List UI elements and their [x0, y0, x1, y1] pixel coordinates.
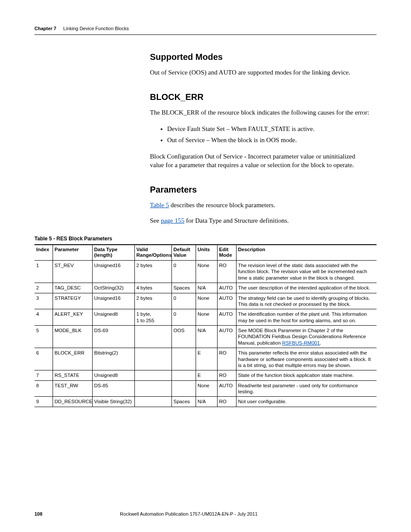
cell-range — [134, 380, 171, 397]
cell-range — [134, 326, 171, 348]
para-block-err-intro: The BLOCK_ERR of the resource block indi… — [150, 108, 371, 117]
cell-index: 1 — [34, 261, 53, 283]
cell-default — [171, 370, 196, 380]
cell-parameter: BLOCK_ERR — [53, 348, 92, 370]
cell-default — [171, 380, 196, 397]
cell-data-type: Visible String(32) — [92, 397, 134, 407]
cell-data-type: Unsigned16 — [92, 293, 134, 309]
cell-parameter: STRATEGY — [53, 293, 92, 309]
cell-description: The strategy field can be used to identi… — [236, 293, 377, 309]
cell-parameter: TEST_RW — [53, 380, 92, 397]
cell-units: E — [196, 348, 217, 370]
list-item: Device Fault State Set – When FAULT_STAT… — [167, 124, 371, 134]
cell-range — [134, 397, 171, 407]
para-supported-modes-1: Out of Service (OOS) and AUTO are suppor… — [150, 68, 371, 77]
cell-default: Spaces — [171, 397, 196, 407]
cell-units: None — [196, 261, 217, 283]
table-caption: Table 5 - RES Block Parameters — [34, 236, 377, 242]
link-page-155[interactable]: page 155 — [161, 217, 184, 224]
heading-block-err: BLOCK_ERR — [150, 92, 371, 102]
cell-mode: AUTO — [217, 380, 236, 397]
cell-data-type: Bitstring(2) — [92, 348, 134, 370]
para-parameters-2a: See — [150, 217, 161, 224]
cell-index: 4 — [34, 309, 53, 326]
cell-mode: RO — [217, 348, 236, 370]
cell-parameter: ALERT_KEY — [53, 309, 92, 326]
cell-mode: AUTO — [217, 283, 236, 293]
cell-index: 2 — [34, 283, 53, 293]
table-row: 3STRATEGYUnsigned162 bytes0NoneAUTOThe s… — [34, 293, 377, 309]
cell-index: 8 — [34, 380, 53, 397]
cell-default: 0 — [171, 309, 196, 326]
cell-index: 7 — [34, 370, 53, 380]
cell-data-type: Unsigned16 — [92, 261, 134, 283]
cell-mode: RO — [217, 261, 236, 283]
cell-description: The user description of the intended app… — [236, 283, 377, 293]
th-data-type: Data Type (length) — [92, 245, 134, 261]
cell-data-type: DS-85 — [92, 380, 134, 397]
cell-parameter: ST_REV — [53, 261, 92, 283]
cell-data-type: Unsigned8 — [92, 370, 134, 380]
cell-range: 2 bytes — [134, 261, 171, 283]
table-header-row: Index Parameter Data Type (length) Valid… — [34, 245, 377, 261]
chapter-label: Chapter 7 — [34, 26, 56, 31]
cell-range: 2 bytes — [134, 293, 171, 309]
cell-units: N/A — [196, 397, 217, 407]
para-parameters-1: Table 5 describes the resource block par… — [150, 201, 371, 209]
cell-default: 0 — [171, 261, 196, 283]
publication-info: Rockwell Automation Publication 1757-UM0… — [120, 511, 258, 516]
cell-units: None — [196, 309, 217, 326]
cell-index: 9 — [34, 397, 53, 407]
cell-units: None — [196, 293, 217, 309]
cell-range — [134, 370, 171, 380]
cell-index: 6 — [34, 348, 53, 370]
cell-description: Read/write test parameter - used only fo… — [236, 380, 377, 397]
th-default: Default Value — [171, 245, 196, 261]
cell-mode: AUTO — [217, 309, 236, 326]
cell-description: State of the function block application … — [236, 370, 377, 380]
para-parameters-1b: describes the resource block parameters. — [169, 202, 275, 208]
cell-data-type: DS-69 — [92, 326, 134, 348]
cell-description: This parameter reflects the error status… — [236, 348, 377, 370]
res-block-parameters-table: Index Parameter Data Type (length) Valid… — [34, 244, 377, 407]
heading-supported-modes: Supported Modes — [150, 52, 371, 62]
cell-parameter: DD_RESOURCE — [53, 397, 92, 407]
cell-units: N/A — [196, 326, 217, 348]
th-units: Units — [196, 245, 217, 261]
th-desc: Description — [236, 245, 377, 261]
page-footer: 108 Rockwell Automation Publication 1757… — [34, 511, 377, 516]
cell-default — [171, 348, 196, 370]
th-parameter: Parameter — [53, 245, 92, 261]
cell-mode: AUTO — [217, 326, 236, 348]
cell-default: 0 — [171, 293, 196, 309]
cell-parameter: TAG_DESC — [53, 283, 92, 293]
cell-mode: AUTO — [217, 293, 236, 309]
cell-range: 1 byte,1 to 255 — [134, 309, 171, 326]
cell-description: The identification number of the plant u… — [236, 309, 377, 326]
cell-parameter: MODE_BLK — [53, 326, 92, 348]
table-row: 1ST_REVUnsigned162 bytes0NoneROThe revis… — [34, 261, 377, 283]
table-row: 7RS_STATEUnsigned8EROState of the functi… — [34, 370, 377, 380]
table-row: 9DD_RESOURCEVisible String(32)SpacesN/AR… — [34, 397, 377, 407]
cell-index: 5 — [34, 326, 53, 348]
cell-units: E — [196, 370, 217, 380]
running-header: Chapter 7 Linking Device Function Blocks — [34, 26, 377, 31]
para-parameters-2: See page 155 for Data Type and Structure… — [150, 216, 371, 225]
cell-range: 4 bytes — [134, 283, 171, 293]
link-table-5[interactable]: Table 5 — [150, 202, 169, 208]
cell-description: The revision level of the static data as… — [236, 261, 377, 283]
cell-range — [134, 348, 171, 370]
table-row: 4ALERT_KEYUnsigned81 byte,1 to 2550NoneA… — [34, 309, 377, 326]
para-block-err-2: Block Configuration Out of Service - Inc… — [150, 152, 371, 170]
cell-units: N/A — [196, 283, 217, 293]
cell-data-type: Unsigned8 — [92, 309, 134, 326]
link-rsfbus-rm001[interactable]: RSFBUS-RM001 — [282, 340, 320, 345]
para-parameters-2b: for Data Type and Structure definitions. — [184, 217, 289, 224]
cell-description: See MODE Block Parameter in Chapter 2 of… — [236, 326, 377, 348]
th-range: Valid Range/Options — [134, 245, 171, 261]
heading-parameters: Parameters — [150, 185, 371, 195]
th-mode: Edit Mode — [217, 245, 236, 261]
table-row: 5MODE_BLKDS-69OOSN/AAUTOSee MODE Block P… — [34, 326, 377, 348]
table-row: 6BLOCK_ERRBitstring(2)EROThis parameter … — [34, 348, 377, 370]
cell-parameter: RS_STATE — [53, 370, 92, 380]
